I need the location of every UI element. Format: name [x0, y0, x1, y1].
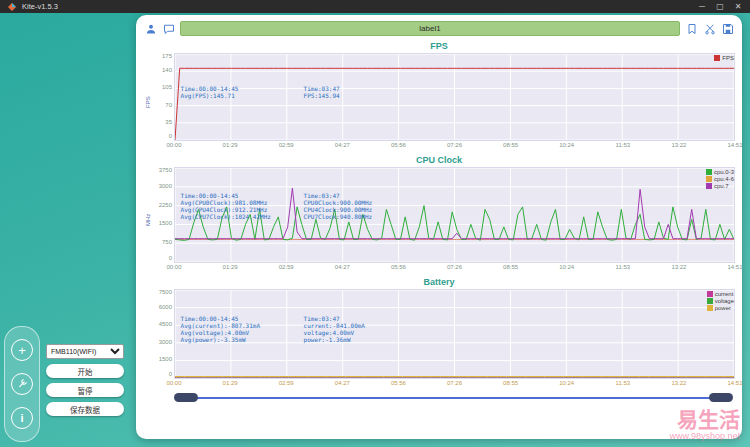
add-button[interactable]: +	[11, 339, 33, 361]
pause-button[interactable]: 暂停	[46, 383, 124, 397]
legend-item: cpu.7	[706, 183, 734, 189]
x-tick-label: 00:00	[166, 380, 181, 386]
y-tick-label: 0	[169, 255, 172, 261]
x-tick-label: 04:27	[335, 380, 350, 386]
chart-info-box: Time:00:00-14:45 Avg(CPU0Clock):981.08MH…	[181, 192, 271, 220]
legend-label: voltage	[715, 298, 734, 304]
x-tick-label: 14:51	[727, 264, 742, 270]
y-tick-label: 105	[162, 84, 172, 90]
legend-swatch	[714, 55, 720, 61]
plus-icon: +	[18, 343, 26, 358]
x-tick-label: 13:22	[671, 142, 686, 148]
main-panel: label1 FPS FPS 17514010570350 Time:00:00…	[136, 15, 742, 439]
fps-chart: FPS FPS 17514010570350 Time:00:00-14:45 …	[143, 40, 735, 151]
y-tick-label: 0	[169, 371, 172, 377]
x-tick-label: 04:27	[335, 142, 350, 148]
y-tick-label: 3000	[159, 339, 172, 345]
y-tick-label: 6000	[159, 304, 172, 310]
x-axis-ticks: 00:0001:2902:5904:2705:5607:2608:5510:24…	[174, 141, 735, 151]
device-select[interactable]: FMB110(WIFI)	[46, 344, 124, 359]
start-button[interactable]: 开始	[46, 364, 124, 378]
plot-area[interactable]: Time:00:00-14:45 Avg(FPS):145.71Time:03:…	[174, 53, 735, 141]
save-data-button[interactable]: 保存数据	[46, 402, 124, 416]
device-controls: FMB110(WIFI) 开始 暂停 保存数据	[46, 344, 124, 416]
y-axis-ticks: 37503000225015007500	[152, 167, 174, 273]
save-icon[interactable]	[721, 22, 734, 35]
chart-info-box: Time:03:47 CPU0Clock:900.00MHz CPU4Clock…	[304, 192, 373, 220]
battery-chart: Battery 750060004500300015000 Time:00:00…	[143, 276, 735, 389]
x-tick-label: 04:27	[335, 264, 350, 270]
legend-swatch	[707, 291, 713, 297]
x-tick-label: 11:53	[616, 264, 631, 270]
label-field[interactable]: label1	[180, 21, 680, 36]
title-bar: Kite-v1.5.3 ─ ▢ ✕	[0, 0, 750, 13]
y-tick-label: 7500	[159, 289, 172, 295]
legend-label: current	[715, 291, 734, 297]
chart-info-box: Time:00:00-14:45 Avg(current):-807.31mA …	[181, 315, 260, 343]
legend-item: power	[707, 305, 734, 311]
x-tick-label: 14:51	[727, 380, 742, 386]
legend-swatch	[706, 169, 712, 175]
plot-area[interactable]: Time:00:00-14:45 Avg(current):-807.31mA …	[174, 289, 735, 379]
tools-button[interactable]	[11, 373, 33, 395]
legend-item: cpu.0-3	[706, 169, 734, 175]
legend-label: power	[715, 305, 731, 311]
bookmark-icon[interactable]	[685, 22, 698, 35]
scroll-handle-right[interactable]	[709, 393, 733, 402]
time-scrollbar[interactable]	[174, 393, 733, 403]
legend-label: FPS	[722, 55, 734, 61]
side-toolbar: + i	[4, 326, 40, 442]
legend-item: FPS	[714, 55, 734, 61]
y-tick-label: 4500	[159, 321, 172, 327]
x-tick-label: 08:55	[503, 142, 518, 148]
y-tick-label: 0	[169, 133, 172, 139]
chart-title: CPU Clock	[143, 154, 735, 167]
x-tick-label: 07:26	[447, 142, 462, 148]
legend-swatch	[706, 183, 712, 189]
x-tick-label: 08:55	[503, 380, 518, 386]
chart-title: FPS	[143, 40, 735, 53]
panel-header: label1	[144, 20, 734, 37]
x-tick-label: 11:53	[616, 380, 631, 386]
x-tick-label: 05:56	[391, 142, 406, 148]
legend-item: cpu.4-6	[706, 176, 734, 182]
cpu-clock-chart: CPU Clock MHz 37503000225015007500 Time:…	[143, 154, 735, 273]
chart-title: Battery	[143, 276, 735, 289]
info-button[interactable]: i	[11, 407, 33, 429]
user-icon[interactable]	[144, 22, 157, 35]
scissors-icon[interactable]	[703, 22, 716, 35]
y-tick-label: 70	[165, 102, 172, 108]
chart-info-box: Time:00:00-14:45 Avg(FPS):145.71	[181, 85, 239, 99]
chart-info-box: Time:03:47 FPS:145.94	[304, 85, 340, 99]
x-tick-label: 07:26	[447, 264, 462, 270]
x-tick-label: 10:24	[559, 264, 574, 270]
minimize-button[interactable]: ─	[695, 0, 709, 13]
y-tick-label: 35	[165, 119, 172, 125]
plot-area[interactable]: Time:00:00-14:45 Avg(CPU0Clock):981.08MH…	[174, 167, 735, 263]
scroll-track[interactable]	[186, 397, 721, 399]
x-tick-label: 13:22	[671, 380, 686, 386]
x-tick-label: 01:29	[223, 142, 238, 148]
legend-swatch	[706, 176, 712, 182]
chart-info-box: Time:03:47 current:-841.00mA voltage:4.0…	[304, 315, 365, 343]
maximize-button[interactable]: ▢	[713, 0, 727, 13]
x-tick-label: 02:59	[279, 380, 294, 386]
y-axis-ticks: 750060004500300015000	[152, 289, 174, 389]
x-tick-label: 02:59	[279, 264, 294, 270]
y-tick-label: 3000	[159, 183, 172, 189]
x-tick-label: 05:56	[391, 264, 406, 270]
x-tick-label: 14:51	[727, 142, 742, 148]
x-tick-label: 10:24	[559, 380, 574, 386]
wrench-icon	[17, 377, 28, 392]
close-button[interactable]: ✕	[731, 0, 745, 13]
legend: currentvoltagepower	[707, 291, 734, 311]
scroll-handle-left[interactable]	[174, 393, 198, 402]
legend-label: cpu.0-3	[714, 169, 734, 175]
x-tick-label: 11:53	[616, 142, 631, 148]
x-tick-label: 08:55	[503, 264, 518, 270]
legend-label: cpu.4-6	[714, 176, 734, 182]
chat-icon[interactable]	[162, 22, 175, 35]
app-icon	[5, 0, 18, 13]
x-tick-label: 05:56	[391, 380, 406, 386]
y-tick-label: 140	[162, 67, 172, 73]
